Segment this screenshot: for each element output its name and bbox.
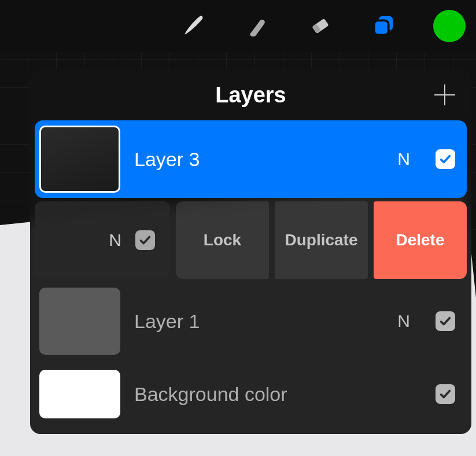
layer-row-swiped: N Lock Duplicate Delete: [35, 201, 467, 279]
layer-visibility-checkbox[interactable]: [436, 149, 455, 169]
layer-name-label[interactable]: Layer 3: [134, 148, 383, 171]
layer-row[interactable]: Layer 1 N: [35, 282, 467, 360]
smudge-tool-icon[interactable]: [242, 12, 271, 41]
layer-blend-mode[interactable]: N: [397, 311, 410, 331]
layer-blend-mode[interactable]: N: [397, 149, 410, 169]
layers-panel-title: Layers: [215, 83, 286, 108]
layers-panel-icon[interactable]: [370, 12, 398, 41]
layer-thumbnail[interactable]: [39, 288, 120, 355]
eraser-tool-icon[interactable]: [306, 12, 335, 41]
brush-tool-icon[interactable]: [179, 12, 208, 41]
layer-row-peek[interactable]: N: [35, 201, 170, 279]
layers-panel-header: Layers: [30, 69, 471, 120]
layer-row-background[interactable]: Background color: [35, 363, 467, 425]
layer-name-label[interactable]: Layer 1: [134, 310, 383, 333]
add-layer-button[interactable]: [432, 82, 457, 108]
layer-thumbnail[interactable]: [39, 370, 120, 418]
lock-layer-button[interactable]: Lock: [176, 201, 269, 279]
layer-name-label[interactable]: Background color: [134, 383, 422, 406]
layer-visibility-checkbox[interactable]: [436, 311, 455, 331]
layer-visibility-checkbox[interactable]: [436, 384, 455, 404]
delete-layer-button[interactable]: Delete: [374, 201, 467, 279]
layers-panel: Layers Layer 3 N N Lock Duplicate Delete…: [30, 69, 471, 434]
color-chip[interactable]: [433, 10, 466, 42]
top-toolbar: [0, 0, 476, 52]
layer-visibility-checkbox[interactable]: [135, 230, 155, 250]
layer-blend-mode: N: [109, 230, 121, 250]
svg-rect-3: [374, 20, 389, 35]
layer-row-selected[interactable]: Layer 3 N: [35, 120, 467, 198]
duplicate-layer-button[interactable]: Duplicate: [275, 201, 368, 279]
layer-thumbnail[interactable]: [39, 126, 120, 193]
